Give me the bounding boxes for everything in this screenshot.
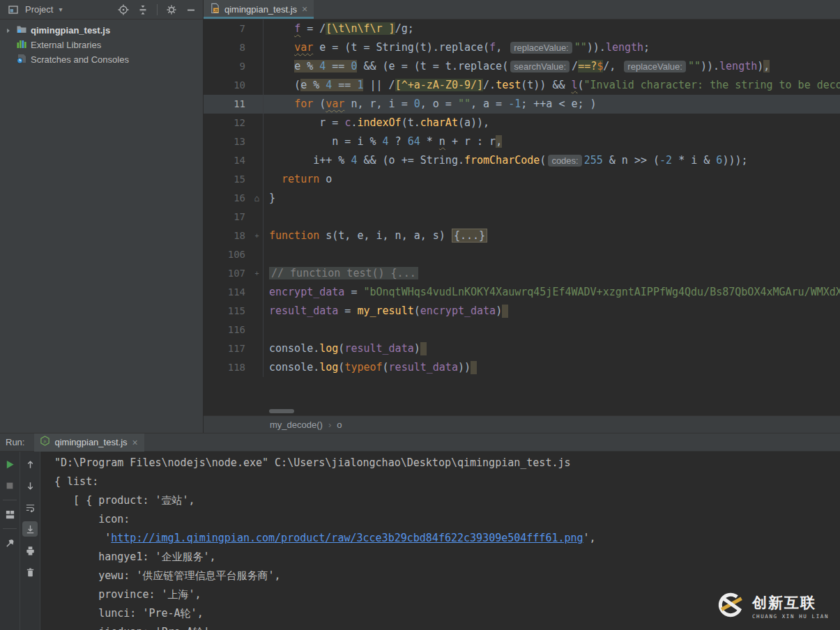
text-segment: == (326, 60, 351, 72)
breadcrumb-variable[interactable]: o (337, 420, 342, 430)
nodejs-icon: js (40, 436, 50, 449)
locate-icon[interactable] (116, 2, 131, 17)
text-segment (420, 342, 427, 355)
text-segment: / (389, 79, 395, 91)
fold-gutter (251, 245, 263, 264)
text-segment: province: '上海', (54, 588, 201, 601)
restore-layout-button[interactable] (2, 507, 17, 522)
ide-window: Project ▾ (0, 0, 840, 630)
main-area: Project ▾ (0, 0, 840, 433)
gutter: 107+ (204, 264, 264, 283)
code-line[interactable]: 11 for (var n, r, i = 0, o = "", a = -1;… (204, 95, 840, 114)
code-line[interactable]: 12 r = c.indexOf(t.charAt(a)), (204, 114, 840, 132)
hide-panel-icon[interactable] (183, 2, 199, 17)
code-line[interactable]: 114encrypt_data = "bOnqtWHqs4vudLnKOKY4X… (204, 283, 840, 302)
code-line[interactable]: 9 e % 4 == 0 && (e = (t = t.replace(sear… (204, 57, 840, 76)
text-segment: (t. (402, 116, 420, 129)
code-line[interactable]: 18+function s(t, e, i, n, a, s) {...} (204, 226, 840, 245)
text-segment: } (269, 192, 275, 204)
stop-button[interactable] (2, 478, 17, 493)
text-segment: ) (496, 305, 502, 317)
fold-plus-icon[interactable]: + (251, 226, 263, 245)
expand-arrow-icon[interactable] (4, 27, 13, 34)
text-segment: )) (458, 361, 471, 374)
line-number: 118 (204, 358, 251, 377)
code-line[interactable]: 106 (204, 245, 840, 264)
gear-icon[interactable] (164, 2, 179, 17)
svg-text:js: js (43, 439, 47, 443)
text-segment: ( (414, 305, 420, 317)
code-line[interactable]: 17 (204, 208, 840, 226)
editor-tab-qimingpian[interactable]: JS qimingpian_test.js × (204, 0, 314, 19)
tree-item-external-libraries[interactable]: External Libraries (0, 38, 203, 52)
text-segment: 4 (383, 135, 389, 148)
soft-wrap-icon[interactable] (22, 500, 38, 515)
code-line[interactable]: 107+// function test() {... (204, 264, 840, 283)
pin-icon[interactable] (2, 535, 17, 551)
text-segment: function (269, 229, 319, 242)
down-stack-trace-icon[interactable] (22, 478, 38, 493)
code-line[interactable]: 118console.log(typeof(result_data)) (204, 358, 840, 377)
text-segment: e = (t = String(t).replace( (313, 41, 489, 54)
run-panel-label: Run: (6, 437, 24, 447)
text-segment: length (606, 41, 643, 54)
tree-item-scratches[interactable]: Scratches and Consoles (0, 52, 203, 67)
text-segment: && (o += String. (357, 154, 464, 167)
fold-plus-icon[interactable]: + (251, 264, 263, 283)
up-stack-trace-icon[interactable] (22, 456, 38, 472)
console-output[interactable]: "D:\Program Files\nodejs\node.exe" C:\Us… (40, 452, 840, 630)
code-line[interactable]: 116 (204, 321, 840, 339)
code-line[interactable]: 16⌂} (204, 189, 840, 208)
code-line[interactable]: 15 return o (204, 170, 840, 189)
line-number: 13 (204, 132, 251, 151)
code-line[interactable]: 13 n = i % 4 ? 64 * n + r : r, (204, 132, 840, 151)
text-segment: l (572, 79, 578, 91)
text-segment: "Invalid character: the string to be dec… (584, 79, 840, 91)
watermark-cn-text: 创新互联 (752, 593, 829, 613)
fold-gutter (251, 170, 263, 189)
text-segment: ', (583, 532, 596, 544)
close-icon[interactable]: × (301, 4, 308, 14)
collapse-all-icon[interactable] (135, 2, 151, 17)
code-line[interactable]: 117console.log(result_data) (204, 339, 840, 358)
code-text: for (var n, r, i = 0, o = "", a = -1; ++… (264, 95, 840, 114)
project-panel-header: Project ▾ (0, 0, 203, 20)
run-tab-qimingpian[interactable]: js qimingpian_test.js × (34, 433, 144, 452)
text-segment: encrypt_data (420, 305, 496, 317)
code-line[interactable]: 10 (e % 4 == 1 || /[^+a-zA-Z0-9/]/.test(… (204, 76, 840, 95)
close-icon[interactable]: × (132, 438, 139, 447)
console-link[interactable]: http://img1.qimingpian.com/product/raw/3… (111, 532, 583, 544)
text-segment: / (483, 79, 489, 91)
text-segment (269, 173, 282, 185)
code-line[interactable]: 14 i++ % 4 && (o += String.fromCharCode(… (204, 151, 840, 170)
text-segment: f (489, 41, 496, 54)
breadcrumb: my_decode() › o (204, 415, 840, 433)
text-segment: hangye1: '企业服务', (54, 551, 216, 563)
chevron-down-icon[interactable]: ▾ (59, 6, 62, 13)
horizontal-scrollbar[interactable] (204, 408, 840, 415)
scroll-to-end-icon[interactable] (22, 521, 38, 537)
text-segment: & n >> ( (603, 154, 659, 167)
fold-end-icon[interactable]: ⌂ (251, 189, 263, 208)
print-icon[interactable] (22, 543, 38, 558)
text-segment: "D:\Program Files\nodejs\node.exe" C:\Us… (54, 456, 571, 469)
clear-console-icon[interactable] (22, 564, 38, 580)
text-segment: , a = (471, 98, 508, 110)
text-segment: )). (701, 60, 719, 72)
fold-gutter (251, 302, 263, 321)
text-segment: s(t, e, i, n, a, s) (319, 229, 452, 242)
code-line[interactable]: 115result_data = my_result(encrypt_data) (204, 302, 840, 321)
project-panel-title[interactable]: Project (25, 4, 53, 15)
breadcrumb-function[interactable]: my_decode() (270, 420, 323, 430)
text-segment: n, r, i = (344, 98, 413, 110)
rerun-button[interactable] (2, 456, 17, 472)
code-line[interactable]: 7 f = /[\t\n\f\r ]/g; (204, 20, 840, 38)
text-segment: = (300, 22, 319, 35)
code-area[interactable]: 7 f = /[\t\n\f\r ]/g;8 var e = (t = Stri… (204, 20, 840, 408)
tree-item-qimingpian[interactable]: qimingpian_test.js (0, 23, 203, 38)
code-line[interactable]: 8 var e = (t = String(t).replace(f, repl… (204, 38, 840, 57)
text-segment: / (572, 60, 578, 72)
text-segment (269, 98, 294, 110)
project-tool-window-icon[interactable] (6, 2, 21, 17)
scrollbar-thumb[interactable] (269, 409, 294, 413)
